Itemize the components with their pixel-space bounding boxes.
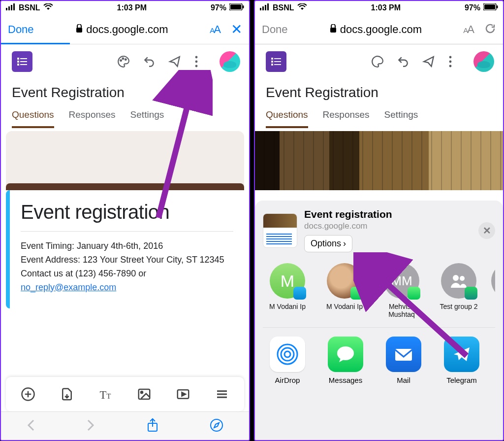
tab-settings[interactable]: Settings (130, 109, 164, 128)
event-address-text: Event Address: 123 Your Street Your City… (21, 255, 224, 265)
svg-point-51 (337, 346, 354, 360)
share-app-airdrop[interactable]: AirDrop (263, 337, 312, 384)
tab-questions[interactable]: Questions (12, 109, 54, 128)
share-close-button[interactable]: ✕ (478, 222, 495, 239)
address-bar[interactable]: docs.google.com (329, 23, 422, 36)
share-title: Event registration (304, 208, 392, 220)
status-bar: BSNL 1:03 PM 97% (255, 1, 503, 15)
send-icon[interactable] (168, 55, 181, 68)
svg-rect-38 (274, 58, 281, 59)
ios-share-sheet: Event registration docs.google.com Optio… (255, 201, 503, 440)
svg-point-24 (141, 391, 143, 393)
reader-aa-button[interactable]: AA (210, 23, 220, 36)
share-contacts-row[interactable]: M M Vodani Ip M Vodani Ip MM Mehvish Mus… (263, 263, 495, 328)
svg-rect-52 (395, 349, 412, 361)
svg-rect-3 (13, 3, 15, 10)
add-question-icon[interactable] (21, 387, 35, 402)
battery-icon (229, 3, 244, 12)
form-header-image-placeholder (6, 131, 244, 190)
loading-progress (1, 43, 70, 44)
contact-text: Contact us at (123) 456-7890 or (21, 269, 146, 278)
contact-label: M Vodani Ip (320, 303, 369, 310)
svg-rect-37 (271, 58, 273, 60)
url-text: docs.google.com (340, 23, 422, 36)
contact-label: Test group 2 (434, 303, 483, 310)
share-contact[interactable]: Test group 2 (434, 263, 483, 318)
svg-text:T: T (106, 392, 111, 400)
add-video-icon[interactable] (176, 387, 190, 402)
form-element-toolbar: TT (6, 377, 244, 411)
svg-point-15 (123, 58, 124, 60)
share-contact[interactable]: M Vodani Ip (320, 263, 369, 318)
contact-email-link[interactable]: no_reply@example.com (21, 282, 116, 292)
share-apps-row[interactable]: AirDrop Messages Mail Telegram (263, 337, 495, 384)
svg-point-27 (211, 419, 222, 431)
forms-logo-icon[interactable] (12, 51, 32, 72)
signal-icon (6, 3, 16, 12)
battery-percent: 97% (211, 3, 226, 12)
add-image-icon[interactable] (137, 387, 152, 402)
undo-icon (397, 55, 410, 68)
share-contact-more[interactable] (491, 263, 495, 318)
svg-rect-2 (11, 5, 12, 10)
messages-badge-icon (408, 287, 420, 300)
share-app-telegram[interactable]: Telegram (437, 337, 486, 384)
undo-icon[interactable] (143, 55, 156, 68)
more-icon[interactable] (194, 55, 207, 68)
svg-rect-29 (260, 8, 261, 10)
forward-button (86, 418, 95, 434)
profile-avatar (473, 51, 494, 72)
form-tabs: Questions Responses Settings (255, 101, 503, 128)
google-forms-header (255, 44, 503, 79)
import-questions-icon[interactable] (60, 387, 74, 402)
svg-rect-5 (230, 4, 241, 9)
svg-rect-35 (497, 5, 498, 8)
share-domain: docs.google.com (304, 221, 392, 231)
profile-avatar[interactable] (220, 51, 240, 72)
svg-rect-13 (20, 64, 27, 65)
svg-point-49 (281, 348, 294, 361)
svg-rect-10 (17, 61, 19, 63)
svg-point-47 (460, 276, 465, 281)
palette-icon (371, 55, 384, 68)
battery-icon (483, 3, 498, 12)
reader-aa-button: AA (463, 23, 473, 36)
share-button[interactable] (146, 418, 159, 435)
form-title: Event Registration (255, 79, 503, 101)
share-options-button[interactable]: Options › (304, 235, 352, 252)
done-button[interactable]: Done (262, 23, 288, 36)
safari-toolbar: Done docs.google.com AA ✕ (1, 15, 249, 44)
share-preview-thumbnail (263, 213, 297, 248)
svg-rect-8 (17, 58, 19, 60)
svg-rect-31 (265, 5, 266, 10)
add-section-icon[interactable] (215, 387, 229, 402)
tab-responses[interactable]: Responses (69, 109, 116, 128)
form-title-card[interactable]: Event registration Event Timing: January… (6, 190, 244, 308)
share-contact[interactable]: MM Mehvish Mushtaq (377, 263, 426, 318)
battery-percent: 97% (465, 3, 480, 12)
more-icon (448, 55, 461, 68)
lock-icon (329, 23, 337, 36)
whatsapp-badge-icon (465, 287, 477, 300)
forms-logo-icon (266, 51, 286, 72)
app-label: Mail (379, 376, 428, 384)
safari-bottom-bar (1, 411, 249, 440)
open-in-safari-button[interactable] (210, 418, 223, 434)
status-bar: BSNL 1:03 PM 97% (1, 1, 249, 15)
form-heading[interactable]: Event registration (21, 201, 233, 223)
palette-icon[interactable] (117, 55, 130, 68)
svg-point-17 (195, 56, 198, 59)
add-title-icon[interactable]: TT (98, 387, 113, 402)
svg-rect-30 (262, 6, 264, 10)
share-app-messages[interactable]: Messages (321, 337, 370, 384)
svg-rect-34 (484, 4, 495, 9)
carrier-label: BSNL (273, 3, 294, 12)
share-app-mail[interactable]: Mail (379, 337, 428, 384)
stop-loading-button[interactable]: ✕ (231, 21, 242, 37)
share-contact[interactable]: M M Vodani Ip (263, 263, 312, 318)
done-button[interactable]: Done (8, 23, 34, 36)
svg-rect-36 (330, 28, 336, 33)
address-bar[interactable]: docs.google.com (75, 23, 168, 36)
tab-questions: Questions (266, 109, 308, 128)
app-label: Telegram (437, 376, 486, 384)
